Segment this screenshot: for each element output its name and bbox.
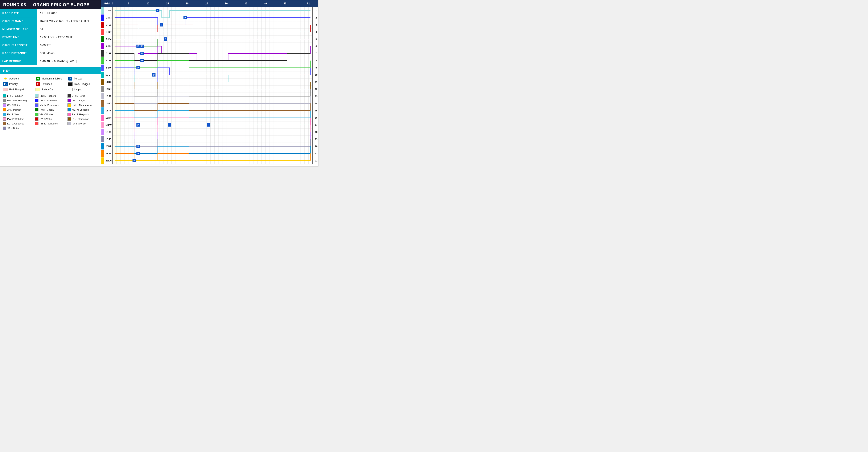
circuit-name-value: BAKU CITY CIRCUIT - AZERBAIJAN bbox=[37, 17, 92, 25]
mechanical-label: Mechanical failure bbox=[42, 77, 62, 80]
pitstop-icon: P bbox=[68, 77, 72, 81]
driver-eg-color bbox=[3, 122, 6, 125]
driver-km-color bbox=[67, 103, 71, 107]
round-label: ROUND 08 bbox=[3, 2, 26, 7]
accident-icon: ★ bbox=[3, 77, 8, 81]
driver-kr-color bbox=[35, 122, 38, 125]
driver-me-color bbox=[67, 108, 71, 112]
key-safety-car: Safety Car bbox=[34, 87, 67, 92]
red-flag-icon bbox=[3, 88, 8, 91]
driver-sp-color bbox=[67, 94, 71, 97]
circuit-name-row: CIRCUIT NAME: BAKU CITY CIRCUIT - AZERBA… bbox=[0, 17, 101, 25]
driver-dk-label: DK: D Kvyat bbox=[72, 99, 85, 102]
key-grid: ★ Accident M Mechanical failure P Pit st… bbox=[0, 76, 101, 92]
start-time-value: 17:00 Local - 13:00 GMT bbox=[37, 33, 75, 41]
driver-fm: FM: F Massa bbox=[34, 108, 67, 112]
driver-sv-label: SV: S Vettel bbox=[39, 118, 52, 120]
driver-legend: LH: L Hamilton NR: N Rosberg SP: S Perez… bbox=[0, 94, 101, 132]
driver-fm-label: FM: F Massa bbox=[39, 109, 54, 111]
driver-me-label: ME: M Ericsson bbox=[72, 109, 89, 111]
black-flagged-label: Black Flagged bbox=[74, 83, 90, 86]
driver-fa-color bbox=[67, 122, 71, 125]
driver-fn-label: FN: F Nasr bbox=[7, 113, 19, 116]
driver-dr: DR: D Ricciardo bbox=[34, 98, 67, 103]
driver-pw-label: PW: P Wehrlein bbox=[7, 118, 24, 120]
circuit-length-row: CIRCUIT LENGTH: 6.003km bbox=[0, 41, 101, 49]
lap-record-value: 1:46.485 - N Rosberg [2016] bbox=[37, 57, 80, 65]
race-distance-row: RACE DISTANCE: 306.049km bbox=[0, 49, 101, 57]
driver-mv-label: MV: M Verstappen bbox=[39, 104, 59, 107]
driver-kr: KR: K Raikkonen bbox=[34, 121, 67, 126]
driver-fm-color bbox=[35, 108, 38, 112]
driver-sp: SP: S Perez bbox=[67, 94, 99, 98]
driver-mv-color bbox=[35, 103, 38, 107]
driver-dr-label: DR: D Ricciardo bbox=[39, 99, 57, 102]
driver-fa: FA: F Alonso bbox=[67, 121, 99, 126]
driver-jb: JB: J Button bbox=[2, 126, 34, 130]
key-accident: ★ Accident bbox=[2, 76, 34, 81]
circuit-length-label: CIRCUIT LENGTH: bbox=[0, 41, 37, 49]
driver-lh: LH: L Hamilton bbox=[2, 94, 34, 98]
driver-vb: VB: V Bottas bbox=[34, 112, 67, 117]
driver-rg: RG: R Grosjean bbox=[67, 117, 99, 121]
safety-car-icon bbox=[35, 88, 40, 91]
driver-dk-color bbox=[67, 99, 71, 102]
lapped-label: Lapped bbox=[74, 88, 83, 91]
mechanical-icon: M bbox=[35, 77, 40, 81]
driver-km-label: KM: K Magnussen bbox=[72, 104, 92, 107]
driver-mv: MV: M Verstappen bbox=[34, 103, 67, 108]
laps-label: NUMBER OF LAPS: bbox=[0, 25, 37, 33]
driver-nr: NR: N Rosberg bbox=[34, 94, 67, 98]
safety-car-label: Safety Car bbox=[42, 88, 54, 91]
driver-jp-label: JP: J Palmer bbox=[7, 109, 21, 111]
driver-jp-color bbox=[3, 108, 6, 112]
race-date-value: 19 JUN 2016 bbox=[37, 9, 60, 17]
red-flagged-label: Red Flagged bbox=[9, 88, 24, 91]
key-red-flagged: Red Flagged bbox=[2, 87, 34, 92]
driver-nh: NH: N Hulkenberg bbox=[2, 98, 34, 103]
driver-sp-label: SP: S Perez bbox=[72, 95, 85, 97]
driver-jb-color bbox=[3, 126, 6, 130]
laps-value: 51 bbox=[37, 25, 46, 33]
driver-rg-label: RG: R Grosjean bbox=[72, 118, 89, 120]
laps-row: NUMBER OF LAPS: 51 bbox=[0, 25, 101, 33]
race-name: GRAND PRIX OF EUROPE bbox=[33, 2, 90, 7]
penalty-icon: Pe bbox=[3, 82, 8, 86]
driver-nr-label: NR: N Rosberg bbox=[39, 95, 56, 97]
driver-jp: JP: J Palmer bbox=[2, 108, 34, 112]
key-black-flagged: Black Flagged bbox=[67, 81, 99, 87]
driver-nh-label: NH: N Hulkenberg bbox=[7, 99, 27, 102]
left-panel: ROUND 08 GRAND PRIX OF EUROPE RACE DATE:… bbox=[0, 0, 101, 166]
driver-pw-color bbox=[3, 117, 6, 121]
driver-jb-label: JB: J Button bbox=[7, 127, 20, 129]
driver-sv-color bbox=[35, 117, 38, 121]
excluded-icon: E bbox=[35, 82, 40, 86]
driver-vb-color bbox=[35, 113, 38, 116]
key-header: KEY bbox=[0, 67, 101, 74]
race-distance-label: RACE DISTANCE: bbox=[0, 49, 37, 57]
driver-cs: CS: C Sainz bbox=[2, 103, 34, 108]
lapped-icon bbox=[68, 88, 72, 91]
accident-label: Accident bbox=[9, 77, 19, 80]
start-time-label: START TIME bbox=[0, 33, 37, 41]
penalty-label: Penalty bbox=[9, 83, 18, 86]
driver-lh-color bbox=[3, 94, 6, 97]
driver-eg: EG: E Guiterrez bbox=[2, 121, 34, 126]
driver-rh: RH: R Haryanto bbox=[67, 112, 99, 117]
excluded-label: Excluded bbox=[42, 83, 52, 86]
key-excluded: E Excluded bbox=[34, 81, 67, 87]
driver-rh-label: RH: R Haryanto bbox=[72, 113, 89, 116]
driver-fa-label: FA: F Alonso bbox=[72, 122, 86, 125]
right-panel bbox=[101, 0, 318, 166]
key-pitstop: P Pit stop bbox=[67, 76, 99, 81]
driver-kr-label: KR: K Raikkonen bbox=[39, 122, 58, 125]
race-header: ROUND 08 GRAND PRIX OF EUROPE bbox=[0, 0, 101, 9]
driver-nh-color bbox=[3, 99, 6, 102]
driver-nr-color bbox=[35, 94, 38, 97]
race-date-row: RACE DATE: 19 JUN 2016 bbox=[0, 9, 101, 17]
race-distance-value: 306.049km bbox=[37, 49, 57, 57]
pitstop-label: Pit stop bbox=[74, 77, 83, 80]
driver-km: KM: K Magnussen bbox=[67, 103, 99, 108]
key-lapped: Lapped bbox=[67, 87, 99, 92]
driver-sv: SV: S Vettel bbox=[34, 117, 67, 121]
